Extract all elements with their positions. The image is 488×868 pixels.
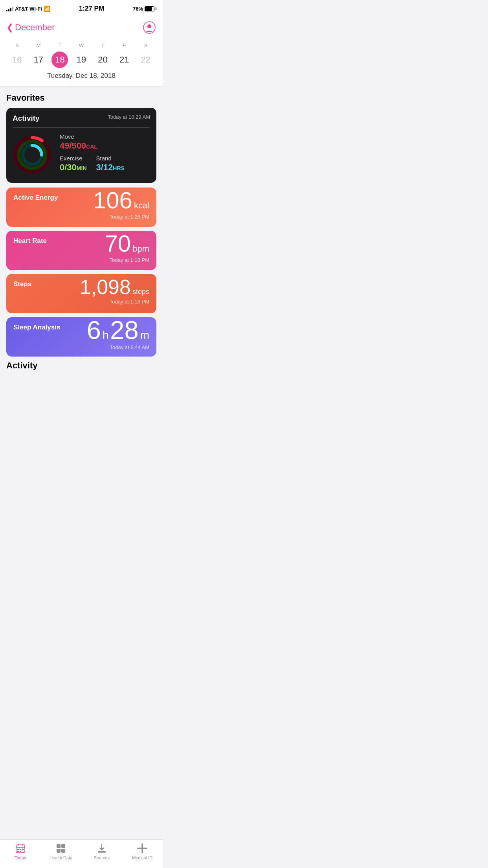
sleep-hours-unit: h (103, 329, 109, 342)
heart-rate-card[interactable]: Heart Rate 70 bpm Today at 1:18 PM (6, 231, 156, 270)
header-month-label: December (15, 22, 55, 33)
sleep-minutes-unit: m (140, 329, 149, 342)
signal-bars (6, 6, 13, 11)
activity-divider (13, 127, 150, 128)
move-value: 49/500CAL (60, 141, 150, 151)
favorites-title: Favorites (6, 93, 156, 103)
activity-stats: Move 49/500CAL Exercise 0/30MIN (60, 133, 150, 177)
battery-percentage: 76% (133, 6, 143, 12)
calendar: S M T W T F S 16 17 18 19 20 21 22 Tuesd… (0, 39, 163, 86)
sleep-value-row: 6 h 28 m Today at 6:44 AM (87, 317, 149, 350)
wifi-icon: 📶 (44, 6, 50, 12)
header: ❮ December (0, 17, 163, 39)
stand-stat: Stand 3/12HRS (96, 155, 125, 177)
active-energy-unit: kcal (134, 200, 149, 211)
exercise-stat: Exercise 0/30MIN (60, 155, 87, 177)
favorites-section: Favorites Activity Today at 10:29 AM (0, 86, 163, 382)
steps-value: 1,098 (80, 277, 131, 297)
battery-icon (145, 6, 156, 11)
calendar-date-18[interactable]: 18 (51, 51, 68, 68)
svg-point-1 (147, 24, 151, 28)
calendar-date-20[interactable]: 20 (92, 53, 114, 67)
activity-title: Activity (13, 114, 40, 123)
main-content: Favorites Activity Today at 10:29 AM (0, 86, 163, 413)
active-energy-value-display: 106 kcal (93, 189, 149, 212)
activity-body: Move 49/500CAL Exercise 0/30MIN (13, 133, 150, 177)
activity-section-title: Activity (6, 360, 156, 371)
move-label: Move (60, 133, 150, 140)
profile-icon (143, 21, 156, 34)
active-energy-timestamp: Today at 1:26 PM (93, 214, 149, 220)
calendar-date-16[interactable]: 16 (6, 53, 28, 67)
sleep-hours-value: 6 (87, 317, 101, 343)
carrier-label: AT&T Wi-Fi (15, 6, 42, 12)
day-header-fri: F (114, 42, 135, 48)
sleep-minutes-value: 28 (110, 317, 138, 343)
steps-unit: steps (132, 288, 149, 296)
heart-rate-value-display: 70 bpm (105, 232, 149, 256)
active-energy-card[interactable]: Active Energy 106 kcal Today at 1:26 PM (6, 188, 156, 227)
sleep-timestamp: Today at 6:44 AM (87, 344, 149, 350)
profile-button[interactable] (142, 20, 156, 35)
day-header-mon: M (28, 42, 50, 48)
steps-value-display: 1,098 steps (80, 277, 149, 297)
exercise-stand-row: Exercise 0/30MIN Stand 3/12HRS (60, 155, 150, 177)
status-time: 1:27 PM (79, 5, 104, 13)
active-energy-value: 106 (93, 189, 132, 212)
selected-date-label: Tuesday, Dec 18, 2018 (6, 72, 156, 80)
status-left: AT&T Wi-Fi 📶 (6, 6, 50, 12)
sleep-value-display: 6 h 28 m (87, 317, 149, 343)
day-header-thu: T (92, 42, 114, 48)
back-button[interactable]: ❮ December (6, 22, 55, 33)
status-right: 76% (133, 6, 156, 12)
move-stat: Move 49/500CAL (60, 133, 150, 151)
activity-card[interactable]: Activity Today at 10:29 AM (6, 108, 156, 183)
day-header-tue: T (49, 42, 71, 48)
stand-value: 3/12HRS (96, 162, 125, 173)
steps-card[interactable]: Steps 1,098 steps Today at 1:16 PM (6, 274, 156, 313)
calendar-dates: 16 17 18 19 20 21 22 (6, 51, 156, 68)
activity-header: Activity Today at 10:29 AM (13, 114, 150, 123)
rings-svg (13, 135, 52, 175)
heart-rate-unit: bpm (132, 244, 149, 254)
active-energy-value-row: 106 kcal Today at 1:26 PM (93, 189, 149, 220)
calendar-day-headers: S M T W T F S (6, 42, 156, 48)
day-header-sat: S (135, 42, 156, 48)
steps-value-row: 1,098 steps Today at 1:16 PM (80, 277, 149, 305)
day-header-wed: W (71, 42, 92, 48)
calendar-date-21[interactable]: 21 (114, 53, 135, 67)
status-bar: AT&T Wi-Fi 📶 1:27 PM 76% (0, 0, 163, 17)
activity-timestamp: Today at 10:29 AM (108, 114, 150, 120)
day-header-sun: S (6, 42, 28, 48)
activity-rings (13, 135, 52, 175)
calendar-date-17[interactable]: 17 (28, 53, 50, 67)
heart-rate-value-row: 70 bpm Today at 1:18 PM (105, 232, 149, 263)
steps-timestamp: Today at 1:16 PM (80, 299, 149, 305)
exercise-value: 0/30MIN (60, 162, 87, 173)
calendar-date-22[interactable]: 22 (135, 53, 156, 67)
stand-label: Stand (96, 155, 125, 162)
back-chevron-icon: ❮ (6, 22, 13, 33)
heart-rate-timestamp: Today at 1:18 PM (105, 257, 149, 263)
heart-rate-value: 70 (105, 232, 131, 256)
exercise-label: Exercise (60, 155, 87, 162)
sleep-analysis-card[interactable]: Sleep Analysis 6 h 28 m Today at 6:44 AM (6, 317, 156, 357)
calendar-date-19[interactable]: 19 (71, 53, 92, 67)
